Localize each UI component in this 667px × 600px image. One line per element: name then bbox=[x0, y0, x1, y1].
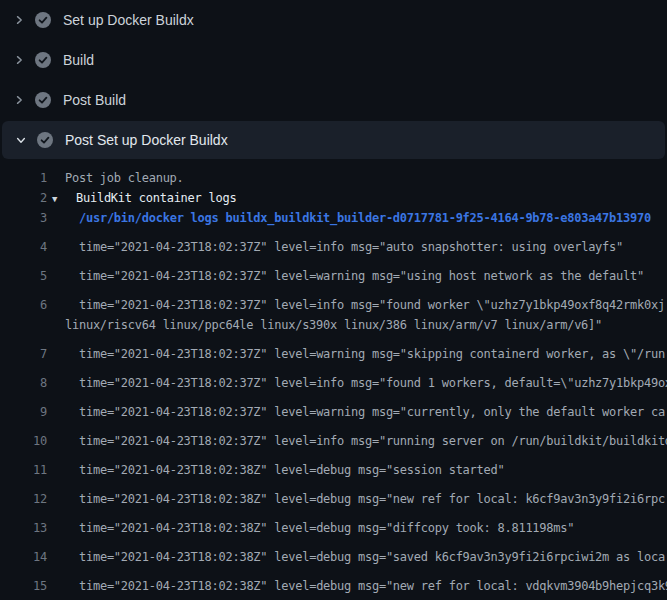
log-text: time="2021-04-23T18:02:37Z" level=warnin… bbox=[79, 269, 644, 283]
line-number-link[interactable]: 8 bbox=[0, 373, 47, 393]
log-line-text: /usr/bin/docker logs buildx_buildkit_bui… bbox=[47, 208, 651, 228]
chevron-right-icon bbox=[12, 13, 26, 27]
step-header-post-build[interactable]: Post Build bbox=[0, 80, 667, 120]
group-collapse-triangle-icon[interactable]: ▼ bbox=[52, 189, 76, 209]
log-text: time="2021-04-23T18:02:37Z" level=info m… bbox=[79, 298, 665, 312]
log-line-text: time="2021-04-23T18:02:37Z" level=info m… bbox=[47, 431, 667, 451]
check-circle-icon bbox=[35, 92, 51, 108]
log-text: time="2021-04-23T18:02:38Z" level=debug … bbox=[79, 521, 574, 535]
log-line-text: time="2021-04-23T18:02:37Z" level=warnin… bbox=[47, 266, 644, 286]
line-number-link[interactable]: 6 bbox=[0, 295, 47, 315]
check-circle-icon bbox=[35, 12, 51, 28]
log-line-text: time="2021-04-23T18:02:37Z" level=warnin… bbox=[47, 402, 665, 422]
line-number-link[interactable]: 13 bbox=[0, 518, 47, 538]
log-line: 11 time="2021-04-23T18:02:38Z" level=deb… bbox=[0, 460, 667, 480]
log-text: time="2021-04-23T18:02:37Z" level=warnin… bbox=[79, 405, 665, 419]
log-line-text[interactable]: ▼BuildKit container logs bbox=[47, 188, 236, 208]
log-text: time="2021-04-23T18:02:38Z" level=debug … bbox=[79, 579, 667, 593]
step-header-post-set-up-docker-buildx[interactable]: Post Set up Docker Buildx bbox=[2, 121, 665, 159]
log-line-text: Post job cleanup. bbox=[47, 168, 184, 188]
log-line: 8 time="2021-04-23T18:02:37Z" level=info… bbox=[0, 373, 667, 393]
log-line: 5 time="2021-04-23T18:02:37Z" level=warn… bbox=[0, 266, 667, 286]
log-line: 2 ▼BuildKit container logs bbox=[0, 188, 667, 208]
line-number-link[interactable]: 2 bbox=[0, 188, 47, 208]
log-text: time="2021-04-23T18:02:38Z" level=debug … bbox=[79, 463, 504, 477]
line-number-link[interactable]: 7 bbox=[0, 344, 47, 364]
line-number-link[interactable]: 11 bbox=[0, 460, 47, 480]
log-line: 7 time="2021-04-23T18:02:37Z" level=warn… bbox=[0, 344, 667, 364]
check-circle-icon bbox=[35, 52, 51, 68]
log-text: time="2021-04-23T18:02:37Z" level=info m… bbox=[79, 376, 667, 390]
line-number-link[interactable]: 14 bbox=[0, 547, 47, 567]
log-text: BuildKit container logs bbox=[76, 191, 236, 205]
line-number-link[interactable]: 1 bbox=[0, 168, 47, 188]
log-text: time="2021-04-23T18:02:38Z" level=debug … bbox=[79, 550, 665, 564]
step-label: Set up Docker Buildx bbox=[63, 12, 194, 28]
log-line: linux/riscv64 linux/ppc64le linux/s390x … bbox=[0, 315, 667, 335]
log-line-text: time="2021-04-23T18:02:37Z" level=info m… bbox=[47, 237, 623, 257]
log-line-text: time="2021-04-23T18:02:38Z" level=debug … bbox=[47, 576, 667, 596]
line-number-link[interactable] bbox=[0, 315, 47, 335]
log-line-text: linux/riscv64 linux/ppc64le linux/s390x … bbox=[47, 315, 602, 335]
log-line: 9 time="2021-04-23T18:02:37Z" level=warn… bbox=[0, 402, 667, 422]
log-line-text: time="2021-04-23T18:02:38Z" level=debug … bbox=[47, 489, 665, 509]
log-line: 14 time="2021-04-23T18:02:38Z" level=deb… bbox=[0, 547, 667, 567]
log-text: linux/riscv64 linux/ppc64le linux/s390x … bbox=[65, 318, 602, 332]
line-number-link[interactable]: 12 bbox=[0, 489, 47, 509]
line-number-link[interactable]: 5 bbox=[0, 266, 47, 286]
log-line: 10 time="2021-04-23T18:02:37Z" level=inf… bbox=[0, 431, 667, 451]
step-label: Post Build bbox=[63, 92, 126, 108]
log-text: time="2021-04-23T18:02:37Z" level=info m… bbox=[79, 240, 623, 254]
log-text: time="2021-04-23T18:02:38Z" level=debug … bbox=[79, 492, 665, 506]
log-line-text: time="2021-04-23T18:02:38Z" level=debug … bbox=[47, 547, 665, 567]
log-line: 12 time="2021-04-23T18:02:38Z" level=deb… bbox=[0, 489, 667, 509]
log-text: Post job cleanup. bbox=[65, 171, 184, 185]
line-number-link[interactable]: 9 bbox=[0, 402, 47, 422]
chevron-right-icon bbox=[12, 53, 26, 67]
step-label: Post Set up Docker Buildx bbox=[65, 132, 228, 148]
line-number-link[interactable]: 4 bbox=[0, 237, 47, 257]
line-number-link[interactable]: 10 bbox=[0, 431, 47, 451]
log-line: 15 time="2021-04-23T18:02:38Z" level=deb… bbox=[0, 576, 667, 596]
log-text: /usr/bin/docker logs buildx_buildkit_bui… bbox=[79, 211, 651, 225]
actions-log-panel: Set up Docker Buildx Build bbox=[0, 0, 667, 600]
log-line: 13 time="2021-04-23T18:02:38Z" level=deb… bbox=[0, 518, 667, 538]
log-line-text: time="2021-04-23T18:02:37Z" level=info m… bbox=[47, 295, 665, 315]
log-line: 6 time="2021-04-23T18:02:37Z" level=info… bbox=[0, 295, 667, 315]
step-list: Set up Docker Buildx Build bbox=[0, 0, 667, 159]
step-header-build[interactable]: Build bbox=[0, 40, 667, 80]
log-line-text: time="2021-04-23T18:02:37Z" level=warnin… bbox=[47, 344, 665, 364]
line-number-link[interactable]: 3 bbox=[0, 208, 47, 228]
chevron-right-icon bbox=[12, 93, 26, 107]
check-circle-icon bbox=[37, 132, 53, 148]
log-line-text: time="2021-04-23T18:02:38Z" level=debug … bbox=[47, 518, 574, 538]
chevron-down-icon bbox=[14, 133, 28, 147]
step-label: Build bbox=[63, 52, 94, 68]
log-line: 4 time="2021-04-23T18:02:37Z" level=info… bbox=[0, 237, 667, 257]
log-viewer: 1 Post job cleanup. 2 ▼BuildKit containe… bbox=[0, 168, 667, 600]
log-text: time="2021-04-23T18:02:37Z" level=warnin… bbox=[79, 347, 665, 361]
line-number-link[interactable]: 15 bbox=[0, 576, 47, 596]
log-line-text: time="2021-04-23T18:02:38Z" level=debug … bbox=[47, 460, 504, 480]
step-header-set-up-docker-buildx[interactable]: Set up Docker Buildx bbox=[0, 0, 667, 40]
log-line: 1 Post job cleanup. bbox=[0, 168, 667, 188]
log-line: 3 /usr/bin/docker logs buildx_buildkit_b… bbox=[0, 208, 667, 228]
log-line-text: time="2021-04-23T18:02:37Z" level=info m… bbox=[47, 373, 667, 393]
log-text: time="2021-04-23T18:02:37Z" level=info m… bbox=[79, 434, 667, 448]
